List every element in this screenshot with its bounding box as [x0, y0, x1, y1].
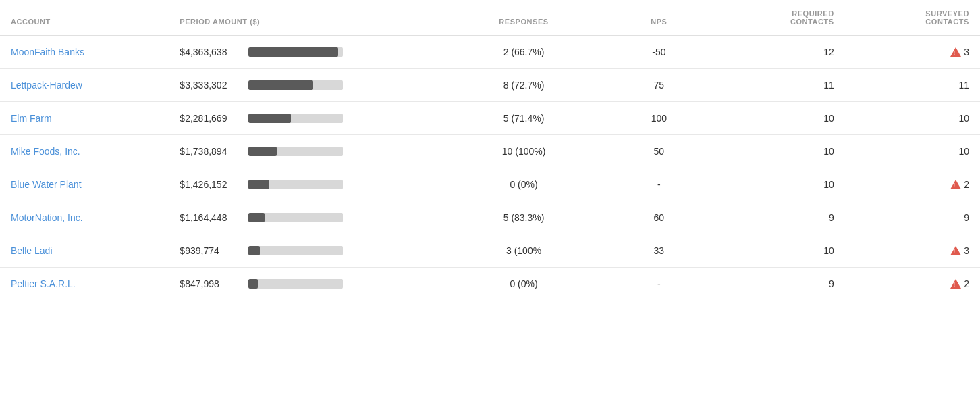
warning-icon: [950, 47, 961, 57]
amount-cell: $1,164,448: [169, 201, 439, 234]
amount-bar-fill: [248, 80, 312, 90]
nps-cell: -: [608, 268, 709, 301]
account-cell: MoonFaith Banks: [0, 36, 169, 69]
required-contacts-cell: 9: [709, 201, 844, 234]
nps-cell: 60: [608, 201, 709, 234]
amount-value: $1,738,894: [180, 146, 240, 157]
amount-cell: $1,426,152: [169, 168, 439, 201]
surveyed-count: 2: [964, 278, 969, 289]
amount-bar-fill: [248, 114, 291, 123]
header-period-amount: PERIOD AMOUNT ($): [169, 0, 439, 36]
header-surveyed-contacts: SURVEYEDCONTACTS: [845, 0, 980, 36]
account-cell: Blue Water Plant: [0, 168, 169, 201]
amount-bar-container: [248, 80, 343, 90]
account-link[interactable]: MotorNation, Inc.: [11, 212, 83, 223]
table-row: Mike Foods, Inc.$1,738,89410 (100%)50101…: [0, 135, 980, 168]
warning-badge: 3: [856, 245, 969, 256]
account-link[interactable]: Blue Water Plant: [11, 179, 82, 190]
nps-cell: -: [608, 168, 709, 201]
amount-cell: $2,281,669: [169, 102, 439, 135]
surveyed-contacts-cell: 9: [845, 201, 980, 234]
account-link[interactable]: Mike Foods, Inc.: [11, 146, 80, 157]
responses-cell: 10 (100%): [439, 135, 608, 168]
account-link[interactable]: Lettpack-Hardew: [11, 80, 82, 91]
responses-cell: 3 (100%: [439, 234, 608, 268]
nps-cell: 33: [608, 234, 709, 268]
surveyed-count: 2: [964, 179, 969, 190]
account-link[interactable]: MoonFaith Banks: [11, 47, 84, 57]
amount-bar-container: [248, 180, 343, 189]
amount-cell: $4,363,638: [169, 36, 439, 69]
required-contacts-cell: 9: [709, 268, 844, 301]
header-account: ACCOUNT: [0, 0, 169, 36]
amount-bar-fill: [248, 147, 277, 156]
surveyed-contacts-cell: 2: [845, 168, 980, 201]
table-row: MotorNation, Inc.$1,164,4485 (83.3%)6099: [0, 201, 980, 234]
amount-bar-fill: [248, 47, 338, 57]
account-cell: MotorNation, Inc.: [0, 201, 169, 234]
required-contacts-cell: 12: [709, 36, 844, 69]
required-contacts-cell: 11: [709, 69, 844, 102]
responses-cell: 0 (0%): [439, 268, 608, 301]
responses-cell: 0 (0%): [439, 168, 608, 201]
amount-bar-fill: [248, 213, 265, 222]
warning-icon: [950, 279, 961, 289]
nps-cell: -50: [608, 36, 709, 69]
account-link[interactable]: Elm Farm: [11, 113, 52, 124]
account-cell: Elm Farm: [0, 102, 169, 135]
account-cell: Peltier S.A.R.L.: [0, 268, 169, 301]
required-contacts-cell: 10: [709, 168, 844, 201]
surveyed-count: 3: [964, 245, 969, 256]
main-table-container: ACCOUNT PERIOD AMOUNT ($) RESPONSES NPS …: [0, 0, 980, 396]
responses-cell: 8 (72.7%): [439, 69, 608, 102]
surveyed-contacts-cell: 10: [845, 102, 980, 135]
account-cell: Lettpack-Hardew: [0, 69, 169, 102]
amount-bar-container: [248, 47, 343, 57]
table-row: MoonFaith Banks$4,363,6382 (66.7%)-50123: [0, 36, 980, 69]
amount-value: $847,998: [180, 278, 240, 289]
amount-bar-container: [248, 213, 343, 222]
surveyed-contacts-cell: 3: [845, 234, 980, 268]
amount-value: $2,281,669: [180, 113, 240, 124]
nps-cell: 75: [608, 69, 709, 102]
amount-cell: $3,333,302: [169, 69, 439, 102]
amount-bar-fill: [248, 246, 260, 255]
amount-bar-container: [248, 147, 343, 156]
responses-cell: 2 (66.7%): [439, 36, 608, 69]
table-row: Elm Farm$2,281,6695 (71.4%)1001010: [0, 102, 980, 135]
amount-value: $4,363,638: [180, 47, 240, 57]
header-responses: RESPONSES: [439, 0, 608, 36]
amount-cell: $939,774: [169, 234, 439, 268]
surveyed-contacts-cell: 10: [845, 135, 980, 168]
table-row: Belle Ladi$939,7743 (100%33103: [0, 234, 980, 268]
account-link[interactable]: Peltier S.A.R.L.: [11, 278, 76, 289]
nps-cell: 100: [608, 102, 709, 135]
amount-cell: $1,738,894: [169, 135, 439, 168]
account-link[interactable]: Belle Ladi: [11, 245, 53, 256]
warning-icon: [950, 180, 961, 189]
table-row: Lettpack-Hardew$3,333,3028 (72.7%)751111: [0, 69, 980, 102]
surveyed-contacts-cell: 11: [845, 69, 980, 102]
table-row: Blue Water Plant$1,426,1520 (0%)-102: [0, 168, 980, 201]
amount-bar-fill: [248, 180, 269, 189]
amount-bar-container: [248, 246, 343, 255]
amount-value: $1,164,448: [180, 212, 240, 223]
nps-cell: 50: [608, 135, 709, 168]
warning-badge: 2: [856, 278, 969, 289]
header-nps: NPS: [608, 0, 709, 36]
required-contacts-cell: 10: [709, 102, 844, 135]
surveyed-contacts-cell: 2: [845, 268, 980, 301]
responses-cell: 5 (71.4%): [439, 102, 608, 135]
amount-bar-container: [248, 114, 343, 123]
warning-badge: 3: [856, 47, 969, 57]
amount-value: $1,426,152: [180, 179, 240, 190]
header-required-contacts: REQUIREDCONTACTS: [709, 0, 844, 36]
warning-icon: [950, 246, 961, 255]
accounts-table: ACCOUNT PERIOD AMOUNT ($) RESPONSES NPS …: [0, 0, 980, 300]
table-header-row: ACCOUNT PERIOD AMOUNT ($) RESPONSES NPS …: [0, 0, 980, 36]
required-contacts-cell: 10: [709, 135, 844, 168]
table-row: Peltier S.A.R.L.$847,9980 (0%)-92: [0, 268, 980, 301]
required-contacts-cell: 10: [709, 234, 844, 268]
amount-value: $3,333,302: [180, 80, 240, 91]
amount-cell: $847,998: [169, 268, 439, 301]
